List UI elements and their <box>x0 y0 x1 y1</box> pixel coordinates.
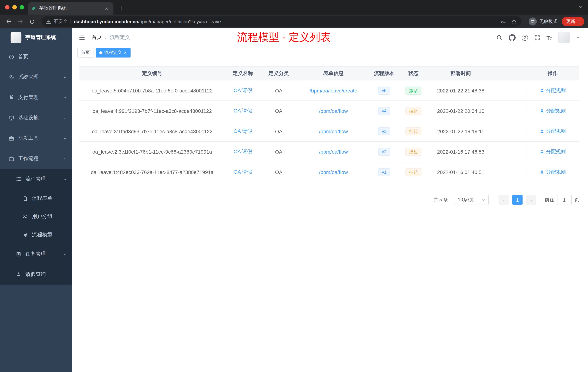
sidebar-item-user-group[interactable]: 用户分组 <box>0 208 72 226</box>
cell-deploy-time: 2022-01-16 17:46:53 <box>429 149 493 154</box>
goto-page-input[interactable] <box>557 195 572 205</box>
form-info-link[interactable]: /bpm/oa/flow <box>319 108 348 114</box>
workflow-submenu: 流程管理 流程表单 用户分组 <box>0 169 72 285</box>
page-number-button[interactable]: 1 <box>512 195 523 205</box>
assign-rule-link[interactable]: 分配规则 <box>540 128 566 134</box>
definition-name-link[interactable]: OA 请假 <box>234 87 252 93</box>
bookmark-star-icon[interactable] <box>511 18 517 25</box>
omnibox-divider <box>71 19 71 24</box>
update-label: 更新 <box>566 18 575 25</box>
search-icon[interactable] <box>496 34 502 41</box>
reload-button[interactable] <box>27 16 37 27</box>
definition-name-link[interactable]: OA 请假 <box>234 148 252 154</box>
sidebar-item-system-management[interactable]: 系统管理 <box>0 67 72 87</box>
version-badge: v4 <box>378 107 390 115</box>
clipboard-icon <box>15 251 22 257</box>
chevron-down-icon <box>63 75 67 79</box>
chevron-down-icon <box>63 252 67 256</box>
assign-rule-link[interactable]: 分配规则 <box>540 169 566 175</box>
yen-icon: ¥ <box>8 94 15 101</box>
pagination: 共 5 条 10条/页 ‹ 1 › 前往 页 <box>79 195 579 205</box>
form-info-link[interactable]: /bpm/oa/flow <box>319 169 348 175</box>
column-header-deploy-time: 部署时间 <box>429 70 493 77</box>
sidebar-item-task-management[interactable]: 任务管理 <box>0 244 72 264</box>
sidebar-item-infrastructure[interactable]: 基础设施 <box>0 108 72 128</box>
assign-rule-link[interactable]: 分配规则 <box>540 87 566 94</box>
cell-definition-id: oa_leave:5:004b710b-7b8a-11ec-8ef0-acde4… <box>79 88 225 93</box>
sidebar-item-process-model[interactable]: 流程模型 <box>0 226 72 244</box>
cell-deploy-time: 2022-01-22 21:48:38 <box>429 88 493 93</box>
address-bar[interactable]: 不安全 dashboard.yudao.iocoder.cn/bpm/manag… <box>42 16 521 27</box>
close-window-button[interactable] <box>5 5 10 10</box>
browser-update-button[interactable]: 更新 ⋮ <box>562 17 584 26</box>
prev-page-button[interactable]: ‹ <box>499 195 509 205</box>
screenshot-stage: 芋道管理系统 × + 不安全 dashboard.yudao.iocoder <box>0 0 588 372</box>
tag-process-definition[interactable]: 流程定义 × <box>96 48 130 57</box>
forward-button[interactable] <box>15 16 25 27</box>
sidebar-item-payment-management[interactable]: ¥ 支付管理 <box>0 87 72 108</box>
definition-name-link[interactable]: OA 请假 <box>234 108 252 113</box>
tab-search-caret-icon[interactable] <box>578 5 583 10</box>
password-key-icon[interactable] <box>500 18 506 25</box>
tag-close-icon[interactable]: × <box>124 50 127 55</box>
new-tab-button[interactable]: + <box>117 3 126 13</box>
column-header-process-version: 流程版本 <box>370 70 398 77</box>
form-info-link[interactable]: /bpm/oa/flow <box>319 149 348 154</box>
app-title: 芋道管理系统 <box>25 34 56 41</box>
fullscreen-icon[interactable] <box>534 34 540 41</box>
chevron-up-icon <box>63 177 67 181</box>
cell-category: OA <box>261 128 297 134</box>
breadcrumb: 首页 / 流程定义 <box>92 34 130 41</box>
zoom-window-button[interactable] <box>20 5 24 10</box>
breadcrumb-separator: / <box>105 34 106 40</box>
column-header-definition-category: 定义分类 <box>261 70 297 77</box>
sidebar-item-leave-query[interactable]: 请假查询 <box>0 264 72 285</box>
user-avatar[interactable] <box>558 32 570 43</box>
assign-rule-link[interactable]: 分配规则 <box>540 108 566 114</box>
breadcrumb-home[interactable]: 首页 <box>92 34 102 41</box>
definition-name-link[interactable]: OA 请假 <box>234 128 252 134</box>
list-icon <box>15 176 22 182</box>
sidebar-item-workflow[interactable]: 工作流程 <box>0 149 72 169</box>
avatar-caret-icon[interactable] <box>576 35 580 40</box>
sidebar-item-dev-tools[interactable]: 研发工具 <box>0 128 72 149</box>
column-header-status: 状态 <box>398 70 429 77</box>
cell-category: OA <box>261 169 297 175</box>
status-badge: 挂起 <box>405 127 421 135</box>
form-info-link[interactable]: /bpm/oa/leave/create <box>310 88 357 93</box>
definition-name-link[interactable]: OA 请假 <box>234 169 252 175</box>
minimize-window-button[interactable] <box>12 5 17 10</box>
table-header-row: 定义编号 定义名称 定义分类 表单信息 流程版本 状态 部署时间 操作 <box>79 66 579 80</box>
back-button[interactable] <box>4 16 14 27</box>
tab-close-icon[interactable]: × <box>103 5 110 12</box>
url-text: dashboard.yudao.iocoder.cn/bpm/manager/d… <box>74 19 497 24</box>
github-icon[interactable] <box>509 34 515 41</box>
user-icon <box>540 129 544 134</box>
sidebar-item-home[interactable]: 首页 <box>0 47 72 67</box>
version-badge: v2 <box>378 148 390 156</box>
tag-home[interactable]: 首页 <box>77 48 94 57</box>
version-badge: v5 <box>378 87 390 94</box>
security-indicator[interactable]: 不安全 <box>46 18 68 25</box>
assign-rule-link[interactable]: 分配规则 <box>540 148 566 155</box>
toolbox-icon <box>8 135 15 142</box>
status-badge: 挂起 <box>405 107 421 115</box>
font-size-icon[interactable]: TT <box>546 35 552 40</box>
sidebar-item-process-management[interactable]: 流程管理 <box>0 169 72 189</box>
status-badge: 挂起 <box>405 168 421 176</box>
version-badge: v1 <box>378 168 390 176</box>
more-menu-icon[interactable]: ⋮ <box>577 19 581 24</box>
page-size-select[interactable]: 10条/页 <box>454 195 489 205</box>
next-page-button[interactable]: › <box>526 195 536 205</box>
incognito-icon <box>529 17 537 25</box>
form-info-link[interactable]: /bpm/oa/flow <box>319 128 348 134</box>
breadcrumb-current: 流程定义 <box>110 34 130 41</box>
help-icon[interactable]: ? <box>522 34 528 41</box>
browser-tab[interactable]: 芋道管理系统 × <box>28 2 114 15</box>
app-logo[interactable]: 芋道管理系统 <box>0 28 72 47</box>
cell-definition-id: oa_leave:2:3c1f0ef1-76b1-11ec-9c66-a2380… <box>79 149 225 154</box>
hamburger-icon[interactable] <box>78 33 86 42</box>
logo-avatar-image <box>10 32 22 43</box>
sidebar-item-process-form[interactable]: 流程表单 <box>0 189 72 208</box>
goto-page: 前往 页 <box>545 195 579 205</box>
